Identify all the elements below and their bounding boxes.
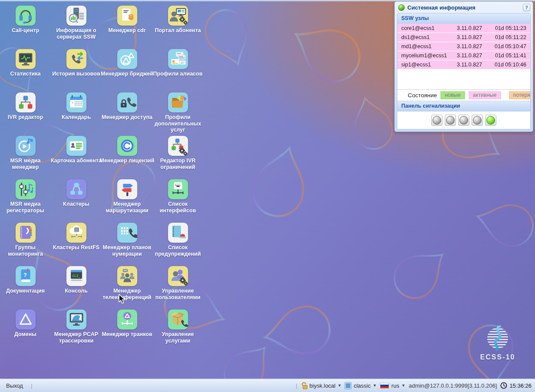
phone-lock-icon[interactable] — [117, 92, 137, 112]
system-info-panel: Системная информация ? SSW узлы core1@ec… — [394, 1, 533, 132]
russia-flag-icon — [380, 383, 389, 389]
system-info-header: Системная информация ? — [395, 2, 533, 13]
desktop-icon-dialpad-phone[interactable]: Менеджер планов нумерации — [102, 220, 152, 263]
desktop-icon-server-search[interactable]: Информация о серверах SSW — [51, 3, 102, 46]
svg-text:1: 1 — [72, 101, 73, 104]
phonebook-icon[interactable] — [16, 223, 36, 243]
desktop-icon-phonebook[interactable]: Группы мониторинга — [0, 220, 51, 263]
desktop-icon-calendar[interactable]: 1Календарь — [51, 89, 102, 133]
desktop-icon-label: Консоль — [49, 288, 104, 294]
bridge-icon[interactable] — [117, 49, 137, 69]
desktop-icon-ethernet[interactable]: Список интерфейсов — [152, 176, 203, 220]
portal-icon[interactable] — [168, 6, 188, 26]
trunk-icon[interactable] — [117, 310, 137, 329]
desktop-icon-call-history[interactable]: История вызовов — [51, 46, 102, 89]
desktop-icon-signpost[interactable]: Менеджер маршрутизации — [102, 176, 152, 220]
media-play-icon[interactable] — [16, 136, 36, 156]
cluster-icon[interactable] — [66, 179, 86, 199]
theme-selector[interactable]: classic ▼ — [345, 382, 376, 389]
desktop-icon-label: MSR медиа менеджер — [0, 158, 53, 170]
call-history-icon[interactable] — [66, 49, 86, 69]
desktop-icon-monitor-pulse[interactable]: Статистика — [0, 46, 51, 89]
logout-button[interactable]: Выход — [6, 382, 23, 389]
desktop-icon-portal[interactable]: Портал абонента — [152, 3, 203, 46]
desktop-icon-label: Менеджер лицензий — [100, 158, 155, 164]
alarm-led-button[interactable] — [445, 115, 456, 126]
id-card-icon[interactable] — [66, 136, 86, 156]
monitor-pulse-icon[interactable] — [16, 49, 36, 69]
desktop-icon-sliders-notes[interactable]: MSR медиа регистраторы — [0, 176, 51, 220]
node-uptime: 01d 05:10:46 — [491, 62, 526, 68]
ssw-node-row[interactable]: ds1@ecss13.11.0.82701d 05:11:22 — [397, 33, 530, 42]
copyright-icon[interactable] — [117, 136, 137, 156]
desktop-icon-label: Информация о серверах SSW — [49, 27, 104, 40]
alarm-led-button[interactable] — [472, 115, 483, 126]
ivr-tree-icon[interactable] — [16, 92, 36, 112]
desktop-icon-ivr-tree[interactable]: IVR редактор — [0, 89, 51, 133]
chevron-down-icon[interactable]: ▼ — [401, 383, 405, 388]
status-badge: потерянные — [509, 91, 531, 99]
desktop-icon-ivr-gears[interactable]: Редактор IVR ограничений — [152, 133, 203, 176]
desktop-icon-copyright[interactable]: Менеджер лицензий — [102, 133, 152, 176]
desktop-icon-cloud-server[interactable]: Кластеры RestFS — [51, 220, 102, 263]
desktop-icon-cluster[interactable]: Кластеры — [51, 176, 102, 220]
headset-icon[interactable] — [16, 6, 36, 26]
ssw-node-row[interactable]: md1@ecss13.11.0.82701d 05:10:47 — [397, 42, 530, 51]
desktop-icon-alias-cards[interactable]: Профили алиасов — [152, 46, 203, 89]
desktop-icon-headset[interactable]: Call-центр — [0, 3, 51, 46]
node-name: md1@ecss1 — [401, 43, 457, 49]
node-version: 3.11.0.827 — [457, 43, 491, 49]
desktop-icon-trunk[interactable]: Менеджер транков — [102, 306, 152, 350]
desktop-icon-phone-lock[interactable]: Менеджер доступа — [102, 89, 152, 133]
terminal-icon[interactable]: CLI_ — [66, 266, 86, 286]
taskbar-separator: | — [296, 382, 297, 389]
desktop-icon-conference[interactable]: Менеджер телеконференций — [102, 263, 152, 306]
desktop-icon-terminal[interactable]: CLI_Консоль — [51, 263, 102, 306]
svg-text:CLI_: CLI_ — [72, 274, 80, 278]
desktop-icon-alert-list[interactable]: Список предупреждений — [152, 220, 203, 263]
desktop-icon-label: Профили алиасов — [151, 71, 205, 77]
ssw-node-row[interactable]: mycelium1@ecss13.11.0.82701d 05:11:41 — [397, 51, 530, 60]
signpost-icon[interactable] — [117, 179, 137, 199]
domain-triangle-icon[interactable] — [16, 310, 36, 329]
users-gear-icon[interactable] — [168, 266, 188, 286]
desktop-icon-docs-book[interactable]: ?Документация — [0, 263, 51, 306]
ssw-node-row[interactable]: core1@ecss13.11.0.82701d 05:11:23 — [397, 24, 530, 33]
ethernet-icon[interactable] — [168, 179, 188, 199]
help-button[interactable]: ? — [523, 4, 530, 11]
doc-coins-icon[interactable] — [117, 6, 137, 26]
cloud-server-icon[interactable] — [66, 223, 86, 243]
desktop-icon-id-card[interactable]: Карточка абонента — [51, 133, 102, 176]
status-legend-label: Состояние — [408, 92, 437, 99]
alert-list-icon[interactable] — [168, 223, 188, 243]
desktop-icon-folder-services[interactable]: Профили дополнительных услуг — [152, 89, 203, 133]
server-search-icon[interactable] — [66, 6, 86, 26]
alarm-led-button[interactable] — [458, 115, 469, 126]
conference-icon[interactable] — [117, 266, 137, 286]
alarm-led-button[interactable] — [431, 115, 443, 126]
status-badge: новые — [440, 91, 465, 99]
language-selector[interactable]: rus ▼ — [380, 382, 405, 389]
calendar-icon[interactable]: 1 — [66, 92, 86, 112]
desktop-icon-media-play[interactable]: MSR медиа менеджер — [0, 133, 51, 176]
folder-services-icon[interactable] — [168, 92, 188, 112]
alias-cards-icon[interactable] — [168, 49, 188, 69]
docs-book-icon[interactable]: ? — [16, 266, 36, 286]
dialpad-phone-icon[interactable] — [117, 223, 137, 243]
ivr-gears-icon[interactable] — [168, 136, 188, 156]
ssw-node-row[interactable]: sip1@ecss13.11.0.82701d 05:10:46 — [397, 60, 530, 69]
chevron-down-icon[interactable]: ▼ — [373, 383, 376, 388]
desktop-icon-bridge[interactable]: Менеджер бриджей — [102, 46, 152, 89]
pcap-monitor-icon[interactable] — [66, 310, 86, 329]
desktop-icon-services-box[interactable]: Управление услугами — [152, 306, 203, 350]
domain-selector[interactable]: biysk.local ▼ — [301, 382, 342, 389]
desktop-icon-label: Менеджер маршрутизации — [100, 201, 155, 214]
desktop-icon-pcap-monitor[interactable]: Менеджер PCAP трассировки — [51, 306, 102, 350]
desktop-icon-doc-coins[interactable]: Менеджер cdr — [102, 3, 152, 46]
desktop-icon-users-gear[interactable]: Управление пользователями — [152, 263, 203, 306]
chevron-down-icon[interactable]: ▼ — [337, 383, 341, 388]
desktop-icon-domain-triangle[interactable]: Домены — [0, 306, 51, 350]
sliders-notes-icon[interactable] — [16, 179, 36, 199]
alarm-led-button[interactable] — [485, 115, 496, 126]
services-box-icon[interactable] — [168, 310, 188, 329]
